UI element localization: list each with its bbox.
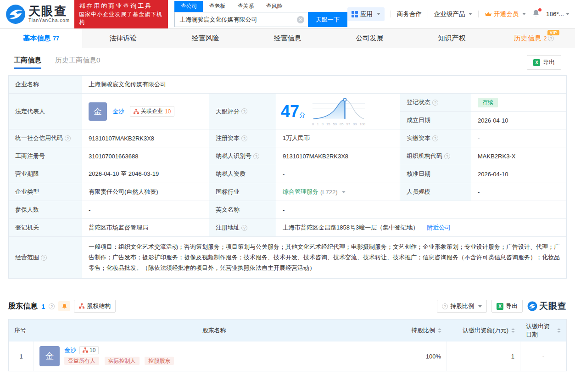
sort-icon[interactable] bbox=[557, 328, 561, 333]
equity-structure-button[interactable]: 股权结构 bbox=[74, 300, 116, 313]
subtab-history-business-info[interactable]: 历史工商信息0 bbox=[55, 56, 100, 69]
col-shareholder-name: 股东名称 bbox=[34, 319, 394, 342]
help-icon[interactable] bbox=[65, 135, 71, 141]
help-icon[interactable] bbox=[253, 153, 259, 159]
label-text: 英文名称 bbox=[216, 206, 240, 214]
help-icon[interactable] bbox=[241, 135, 247, 141]
cell-shareholder-name: 金 金沙 10 受益所有人 实际控制人 控股股东 bbox=[34, 342, 394, 371]
legal-rep-avatar[interactable]: 金 bbox=[89, 102, 107, 121]
help-icon[interactable] bbox=[49, 303, 55, 309]
export-button[interactable]: 导出 bbox=[527, 55, 561, 70]
nav-enterprise-product[interactable]: 企业级产品 bbox=[434, 10, 472, 18]
field-value-company-name: 上海澜骏宸文化传媒有限公司 bbox=[82, 76, 566, 94]
export-label: 导出 bbox=[543, 58, 555, 67]
help-icon[interactable] bbox=[41, 255, 47, 261]
score-unit: 分 bbox=[299, 112, 305, 118]
help-icon[interactable] bbox=[432, 100, 438, 106]
tab-operating-risk[interactable]: 经营风险 bbox=[164, 29, 246, 48]
label-text: 人员规模 bbox=[407, 188, 430, 196]
tianyancha-logo-icon bbox=[6, 4, 26, 24]
value-text: 91310107MAKB2RK3X8 bbox=[283, 153, 348, 160]
help-icon[interactable] bbox=[241, 108, 247, 114]
apps-menu[interactable]: 应用 bbox=[347, 7, 385, 21]
org-chart-icon bbox=[83, 347, 88, 353]
label-text: 工商注册号 bbox=[15, 152, 45, 160]
field-label-company-name: 企业名称 bbox=[9, 76, 82, 94]
shareholders-header: 股东信息 1 股权结构 持股比例 导出 天眼查 bbox=[8, 300, 567, 313]
field-value-credit-code: 91310107MAKB2RK3X8 bbox=[82, 129, 209, 147]
label-text: 注册地址 bbox=[216, 224, 240, 232]
shareholders-export-button[interactable]: 导出 bbox=[491, 300, 523, 313]
enterprise-label: 企业级产品 bbox=[434, 11, 465, 17]
search-input[interactable] bbox=[175, 12, 307, 27]
field-value-term: 2026-04-10 至 2046-03-19 bbox=[82, 165, 209, 183]
clear-icon[interactable]: ✕ bbox=[297, 16, 304, 23]
tab-legal-proceedings[interactable]: 法律诉讼 bbox=[82, 29, 164, 48]
col-date[interactable]: 认缴出资日期 bbox=[520, 319, 566, 342]
value-text: 1万人民币 bbox=[283, 134, 310, 142]
search-button[interactable]: 天眼一下 bbox=[308, 12, 347, 27]
search-tab-company[interactable]: 查公司 bbox=[174, 1, 203, 12]
export-label: 导出 bbox=[506, 302, 518, 310]
tianyancha-logo[interactable]: 天眼查 TianYanCha.com bbox=[6, 4, 70, 24]
chevron-down-icon bbox=[342, 191, 346, 193]
col-amount[interactable]: 认缴出资额(万元) bbox=[447, 319, 520, 342]
value-text: 91310107MAKB2RK3X8 bbox=[89, 135, 154, 142]
field-value-industry[interactable]: 综合管理服务 (L722) bbox=[276, 183, 400, 201]
shareholders-title: 股东信息 bbox=[8, 302, 38, 311]
help-icon[interactable] bbox=[548, 35, 554, 41]
help-icon[interactable] bbox=[432, 135, 438, 141]
value-text: 普陀区市场监督管理局 bbox=[89, 224, 148, 232]
tag-beneficial-owner[interactable]: 受益所有人 bbox=[64, 357, 99, 365]
field-label-taxpayer-id: 纳税人识别号 bbox=[209, 147, 276, 165]
field-label-credit-code: 统一社会信用代码 bbox=[9, 129, 82, 147]
notification-bell[interactable] bbox=[532, 9, 540, 19]
nav-open-vip[interactable]: 开通会员 bbox=[485, 10, 526, 18]
field-value-taxpayer-quality: - bbox=[276, 165, 400, 183]
label-text: 参保人数 bbox=[15, 206, 39, 214]
search-tab-relation[interactable]: 查关系 bbox=[231, 1, 260, 12]
subtab-business-info[interactable]: 工商信息 bbox=[14, 56, 41, 69]
field-value-reg-number: 310107001663688 bbox=[82, 147, 209, 165]
related-count-badge[interactable]: 10 bbox=[79, 346, 99, 354]
tab-history-info[interactable]: VIP 历史信息 2 bbox=[493, 29, 575, 48]
tab-label: 经营信息 bbox=[274, 34, 301, 43]
label-text: 实缴资本 bbox=[407, 134, 430, 142]
legal-rep-name-link[interactable]: 金沙 bbox=[112, 107, 124, 116]
cell-ratio: 100% bbox=[394, 342, 447, 371]
nav-business-coop[interactable]: 商务合作 bbox=[397, 10, 422, 18]
field-value-legal-rep: 金 金沙 关联企业 10 bbox=[82, 94, 209, 129]
score-value: 47 bbox=[281, 102, 299, 121]
related-companies-badge[interactable]: 关联企业 10 bbox=[130, 106, 174, 117]
field-value-paid-capital: - bbox=[471, 129, 566, 147]
tab-label: 历史信息 bbox=[514, 34, 542, 43]
tag-actual-controller[interactable]: 实际控制人 bbox=[105, 357, 140, 365]
sort-icon[interactable] bbox=[511, 328, 515, 333]
tab-company-development[interactable]: 公司发展 bbox=[329, 29, 411, 48]
user-account-menu[interactable]: 186*... bbox=[546, 11, 569, 17]
label-text: 企业名称 bbox=[15, 80, 39, 89]
tag-controlling-shareholder[interactable]: 控股股东 bbox=[145, 357, 174, 365]
field-label-establish-date: 成立日期 bbox=[400, 112, 471, 129]
monitor-bell-button[interactable] bbox=[58, 301, 70, 311]
field-value-insured: - bbox=[82, 201, 209, 219]
nearby-companies-link[interactable]: 附近公司 bbox=[427, 224, 451, 232]
help-icon[interactable] bbox=[241, 225, 247, 231]
excel-icon bbox=[497, 303, 503, 310]
shareholder-name-link[interactable]: 金沙 bbox=[64, 346, 76, 354]
tab-operating-info[interactable]: 经营信息 bbox=[246, 29, 329, 48]
shareholder-avatar[interactable]: 金 bbox=[39, 346, 60, 366]
search-tab-risk[interactable]: 查风险 bbox=[260, 1, 288, 12]
col-ratio[interactable]: 持股比例 bbox=[394, 319, 447, 342]
help-icon[interactable] bbox=[444, 153, 450, 159]
field-label-reg-number: 工商注册号 bbox=[9, 147, 82, 165]
value-text: MAKB2RK3-X bbox=[478, 153, 515, 160]
user-phone: 186*... bbox=[546, 11, 564, 17]
org-chart-icon bbox=[79, 303, 84, 309]
ratio-filter-dropdown[interactable]: 持股比例 bbox=[437, 300, 487, 313]
search-tab-boss[interactable]: 查老板 bbox=[203, 1, 231, 12]
tab-intellectual-property[interactable]: 知识产权 bbox=[411, 29, 493, 48]
tab-label: 经营风险 bbox=[192, 34, 219, 43]
sort-icon[interactable] bbox=[438, 328, 441, 333]
tab-basic-info[interactable]: 基本信息 77 bbox=[0, 29, 82, 48]
